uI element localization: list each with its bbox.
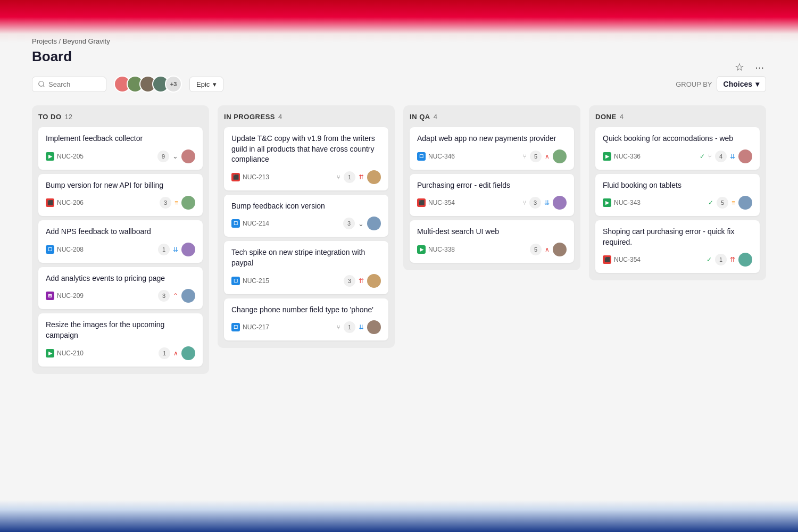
bottom-gradient xyxy=(0,500,798,532)
card-id: ☐ NUC-214 xyxy=(231,219,269,228)
card[interactable]: Multi-dest search UI web ▶ NUC-338 5 ∧ xyxy=(410,220,574,263)
card[interactable]: Bump version for new API for billing ⬛ N… xyxy=(38,174,203,217)
card-avatar xyxy=(367,320,381,334)
branch-icon: ⑂ xyxy=(523,153,527,160)
type-icon: ▶ xyxy=(603,198,611,207)
column-title: DONE xyxy=(595,113,617,121)
avatar-plus[interactable]: +3 xyxy=(165,76,182,93)
column-count: 4 xyxy=(434,113,437,121)
choices-button[interactable]: Choices ▾ xyxy=(717,76,766,92)
column-todo: TO DO 12 Implement feedback collector ▶ … xyxy=(32,105,209,374)
card-title: Bump version for new API for billing xyxy=(46,180,195,191)
card-id-text: NUC-210 xyxy=(57,350,84,357)
count-badge: 3 xyxy=(529,197,541,209)
column-header: IN PROGRESS 4 xyxy=(224,113,388,121)
svg-line-1 xyxy=(43,86,45,87)
card-title: Adapt web app no new payments provider xyxy=(417,134,567,144)
column-inqa: IN QA 4 Adapt web app no new payments pr… xyxy=(403,105,580,270)
card-avatar xyxy=(367,274,381,288)
card[interactable]: Shoping cart purchasing error - quick fi… xyxy=(595,220,760,273)
search-input[interactable] xyxy=(48,80,101,88)
card-id-text: NUC-343 xyxy=(614,199,641,206)
card-avatar xyxy=(367,217,381,230)
avatars-group: +3 xyxy=(114,76,182,93)
check-icon: ✓ xyxy=(706,256,712,263)
card-title: Multi-dest search UI web xyxy=(417,227,567,237)
card-footer: ⬛ NUC-354 ✓ 1 ⇈ xyxy=(603,253,752,267)
card-footer: ▶ NUC-336 ✓ ⑂ 4 ⇊ xyxy=(603,149,752,163)
count-badge: 4 xyxy=(715,151,727,162)
search-icon xyxy=(38,80,45,88)
type-icon: ☐ xyxy=(46,245,54,254)
breadcrumb: Projects / Beyond Gravity xyxy=(32,37,766,45)
more-button[interactable]: ··· xyxy=(753,59,766,76)
search-box[interactable] xyxy=(32,77,106,92)
card[interactable]: Purchasing error - edit fields ⬛ NUC-354… xyxy=(410,174,574,217)
card-footer: ☐ NUC-346 ⑂ 5 ∧ xyxy=(417,149,567,163)
column-title: IN QA xyxy=(410,113,430,121)
check-icon: ✓ xyxy=(700,153,705,160)
count-badge: 1 xyxy=(344,171,355,183)
card-avatar xyxy=(553,196,567,210)
card-id-text: NUC-206 xyxy=(57,199,84,206)
card-id-text: NUC-336 xyxy=(614,153,641,160)
page-title: Board xyxy=(32,48,766,65)
card-footer: ⊞ NUC-209 3 ⌃ xyxy=(46,289,195,303)
card-title: Resize the images for the upcoming campa… xyxy=(46,320,195,340)
card-id: ⬛ NUC-213 xyxy=(231,173,269,181)
card-meta: ✓ ⑂ 4 ⇊ xyxy=(700,149,752,163)
epic-filter-button[interactable]: Epic ▾ xyxy=(189,77,223,92)
card-title: Shoping cart purchasing error - quick fi… xyxy=(603,227,752,247)
card[interactable]: Update T&C copy with v1.9 from the write… xyxy=(224,127,388,190)
card-title: Update T&C copy with v1.9 from the write… xyxy=(231,134,381,165)
card-avatar xyxy=(738,149,752,163)
card[interactable]: Adapt web app no new payments provider ☐… xyxy=(410,127,574,170)
card[interactable]: Resize the images for the upcoming campa… xyxy=(38,313,203,366)
type-icon: ▶ xyxy=(417,245,426,254)
card-footer: ▶ NUC-343 ✓ 5 ≡ xyxy=(603,196,752,210)
card-meta: 5 ∧ xyxy=(530,243,567,256)
card-id: ▶ NUC-338 xyxy=(417,245,455,254)
card-meta: ⑂ 1 ⇈ xyxy=(337,170,381,184)
card[interactable]: Change phone number field type to 'phone… xyxy=(224,298,388,341)
type-icon: ⬛ xyxy=(231,173,240,181)
card[interactable]: Add analytics events to pricing page ⊞ N… xyxy=(38,267,203,310)
card-avatar xyxy=(738,196,752,210)
epic-chevron-icon: ▾ xyxy=(213,80,217,88)
card-id: ⊞ NUC-209 xyxy=(46,292,84,300)
card-id-text: NUC-205 xyxy=(57,153,84,160)
check-icon: ✓ xyxy=(708,199,713,206)
card-meta: 1 ∧ xyxy=(159,346,195,360)
branch-icon: ⑂ xyxy=(337,174,340,180)
column-done: DONE 4 Quick booking for accomodations -… xyxy=(589,105,766,280)
card[interactable]: Fluid booking on tablets ▶ NUC-343 ✓ 5 ≡ xyxy=(595,174,760,217)
header-actions: ☆ ··· xyxy=(733,59,766,76)
card-title: Bump feedback icon version xyxy=(231,201,381,212)
toolbar: +3 Epic ▾ GROUP BY Choices ▾ xyxy=(32,76,766,93)
card-avatar xyxy=(181,289,195,303)
card-meta: ✓ 5 ≡ xyxy=(708,196,752,210)
card-id: ☐ NUC-208 xyxy=(46,245,84,254)
card[interactable]: Tech spike on new stripe integration wit… xyxy=(224,241,388,294)
card-meta: 3 ⌃ xyxy=(158,289,195,303)
card[interactable]: Implement feedback collector ▶ NUC-205 9… xyxy=(38,127,203,170)
choices-chevron-icon: ▾ xyxy=(755,80,759,88)
card-footer: ☐ NUC-215 3 ⇈ xyxy=(231,274,381,288)
card[interactable]: Add NPS feedback to wallboard ☐ NUC-208 … xyxy=(38,220,203,263)
count-badge: 5 xyxy=(530,244,542,255)
card-meta: ⑂ 5 ∧ xyxy=(523,149,567,163)
card-footer: ▶ NUC-338 5 ∧ xyxy=(417,243,567,256)
card-id: ▶ NUC-205 xyxy=(46,152,84,161)
board: TO DO 12 Implement feedback collector ▶ … xyxy=(32,105,766,374)
card[interactable]: Bump feedback icon version ☐ NUC-214 3 ⌄ xyxy=(224,195,388,237)
type-icon: ▶ xyxy=(46,349,54,358)
card-meta: 3 ⌄ xyxy=(343,217,381,230)
star-button[interactable]: ☆ xyxy=(733,59,746,76)
branch-icon: ⑂ xyxy=(708,153,712,160)
card-title: Add NPS feedback to wallboard xyxy=(46,227,195,237)
column-header: IN QA 4 xyxy=(410,113,574,121)
count-badge: 3 xyxy=(158,290,170,302)
card[interactable]: Quick booking for accomodations - web ▶ … xyxy=(595,127,760,170)
card-avatar xyxy=(738,253,752,267)
count-badge: 1 xyxy=(159,347,170,359)
